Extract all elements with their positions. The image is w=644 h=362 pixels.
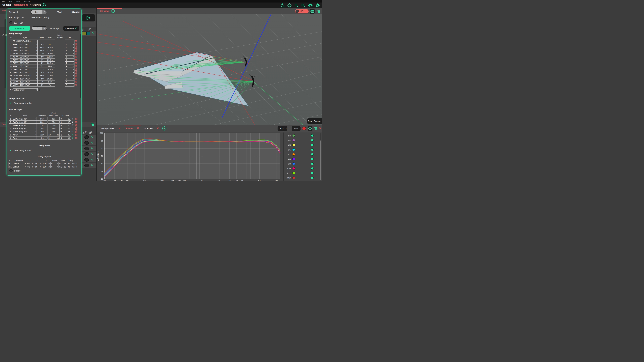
hl-z-input-value[interactable]: 11.0 bbox=[43, 163, 46, 165]
lg-preset-select[interactable]: 2WAY Array 90°▾ bbox=[12, 117, 37, 120]
add-tab-button[interactable]: + bbox=[42, 3, 46, 8]
lg-preset-select[interactable]: Array▾ bbox=[12, 133, 37, 136]
probe-status-dot[interactable] bbox=[311, 172, 314, 174]
hd-link-select[interactable]: 7▾ bbox=[65, 80, 74, 84]
mute-toggle[interactable] bbox=[84, 147, 89, 150]
lg-dist-filter-input[interactable]: 10m bbox=[48, 133, 60, 136]
probe-status-dot[interactable] bbox=[311, 144, 314, 146]
mute-toggle[interactable] bbox=[84, 141, 89, 145]
lg-hf-value[interactable]: 0 bbox=[60, 124, 62, 126]
hd-type-select[interactable]: ViRAY | 120° 1WAY▾ bbox=[12, 80, 38, 84]
stereo-toggle[interactable] bbox=[10, 169, 12, 172]
site-angle-value[interactable]: 5.5 bbox=[31, 10, 42, 14]
delete-row-button[interactable] bbox=[75, 117, 78, 120]
hl-x-input[interactable]: -8.0m bbox=[26, 165, 34, 168]
hl-template-select[interactable]: Default▾ bbox=[12, 165, 26, 168]
lg-preset-select[interactable]: 2WAY Array 90°▾ bbox=[12, 130, 37, 133]
hl-gain-input[interactable]: 0.0dB bbox=[59, 162, 67, 165]
delete-row-button[interactable] bbox=[75, 43, 78, 46]
edit-pencil-icon[interactable]: ✎ bbox=[91, 147, 93, 150]
delete-row-button[interactable] bbox=[75, 62, 78, 65]
zoom-out-icon[interactable] bbox=[294, 3, 298, 8]
hd-option-select[interactable]: 2.5°▾ bbox=[38, 65, 45, 68]
hd-link-select[interactable]: 7▾ bbox=[65, 84, 74, 87]
lg-hf-value[interactable]: 0 bbox=[60, 121, 62, 123]
duplicate-chart-icon[interactable] bbox=[314, 126, 318, 131]
hd-option-select[interactable]: 0.5°▾ bbox=[38, 49, 45, 52]
hl-angle-input-value[interactable]: 0 bbox=[51, 166, 52, 168]
spl-toggle-knob[interactable] bbox=[296, 10, 299, 13]
frequency-response-chart[interactable]: 132843587388103203040501002003004005001k… bbox=[96, 132, 284, 181]
hd-link-select[interactable]: 5▾ bbox=[65, 71, 74, 74]
hl-delay-input-value[interactable]: 0.0 bbox=[68, 163, 70, 165]
delete-row-button[interactable] bbox=[75, 65, 78, 68]
dark-mode-moon-icon[interactable] bbox=[280, 3, 285, 8]
mute-toggle[interactable] bbox=[84, 152, 89, 156]
hd-option-select[interactable]: 0°▾ bbox=[38, 43, 45, 46]
avg-button[interactable]: AVG bbox=[292, 126, 300, 131]
hl-z-input[interactable]: 11.0m bbox=[42, 165, 51, 168]
export-button[interactable] bbox=[82, 14, 95, 22]
probe-status-dot[interactable] bbox=[311, 162, 314, 165]
hl-gain-input-value[interactable]: 0.0 bbox=[59, 163, 62, 165]
hl-template-select[interactable]: Default▾ bbox=[12, 162, 26, 165]
hd-type-select[interactable]: AiRAY | 90° 2WAY▾ bbox=[12, 55, 38, 58]
tab-sideview[interactable]: Sideview bbox=[144, 127, 153, 130]
reset-icon[interactable]: ↺ bbox=[72, 127, 74, 130]
duplicate-add-icon[interactable] bbox=[90, 123, 94, 127]
reset-icon[interactable]: ↺ bbox=[72, 124, 74, 126]
lg-filter-value[interactable]: 5 bbox=[48, 137, 50, 139]
hd-option-select[interactable] bbox=[38, 40, 45, 43]
hd-type-select[interactable]: AiRAY | 90° 2WAY▾ bbox=[12, 62, 38, 65]
probe-color-dot[interactable] bbox=[292, 153, 295, 156]
lg-hf-value[interactable]: -3 bbox=[60, 137, 62, 139]
hd-type-select[interactable]: AiRAY | 90° 2WAY▾ bbox=[12, 49, 38, 52]
hl-x-input[interactable]: 8.0m bbox=[26, 162, 34, 165]
sources-panel-tab-partial[interactable]: Sou bbox=[2, 10, 6, 12]
hd-option-select[interactable]: 4°▾ bbox=[38, 71, 45, 74]
probe-color-dot[interactable] bbox=[292, 144, 295, 146]
hd-link-select[interactable]: 4▾ bbox=[65, 62, 74, 65]
locate-probe-button[interactable] bbox=[308, 126, 312, 131]
hd-type-select[interactable]: AiRAY | 90° 2WAY▾ bbox=[12, 43, 38, 46]
lg-preset-select[interactable]: Array▾ bbox=[12, 136, 37, 140]
hd-link-select[interactable]: 2▾ bbox=[65, 52, 74, 55]
speakers-per-group-value[interactable]: 2 bbox=[32, 27, 42, 30]
probe-status-dot[interactable] bbox=[311, 167, 314, 170]
zoom-in-icon[interactable] bbox=[301, 3, 306, 8]
probe-color-dot[interactable] bbox=[292, 158, 295, 160]
probe-status-dot[interactable] bbox=[311, 134, 314, 137]
hd-option-select[interactable]: 2°▾ bbox=[38, 62, 45, 65]
tab-probes[interactable]: Probes bbox=[126, 127, 133, 130]
add-view-button[interactable]: + bbox=[111, 9, 115, 13]
hd-type-select[interactable]: AiRAY | 90° 2WAY▾ bbox=[12, 68, 38, 71]
delete-row-button[interactable] bbox=[75, 130, 78, 133]
legend-scrollbar-track[interactable] bbox=[320, 133, 321, 180]
hd-type-select[interactable]: ViRAY | 120° 1WAY▾ bbox=[12, 77, 38, 80]
tab-sources[interactable]: SOURCES bbox=[14, 4, 28, 7]
edit-pencil-icon[interactable]: ✎ bbox=[91, 164, 93, 167]
probe-color-dot[interactable] bbox=[292, 134, 295, 137]
lg-preset-select[interactable]: 2WAY Array 90°▾ bbox=[12, 127, 37, 130]
add-chart-tab-button[interactable]: + bbox=[162, 126, 166, 130]
delete-row-button[interactable] bbox=[75, 58, 78, 62]
delete-row-button[interactable] bbox=[75, 71, 78, 74]
lg-hf-shelf-input[interactable]: 0dB bbox=[60, 120, 71, 124]
hd-type-select[interactable]: AiRAY | 90° 2WAY▾ bbox=[12, 65, 38, 68]
bandwidth-select[interactable]: 1 Oct ▾ bbox=[278, 126, 287, 131]
delete-row-button[interactable] bbox=[75, 40, 78, 43]
hd-option-select[interactable]: 8°▾ bbox=[38, 55, 45, 58]
hd-link-select[interactable]: 4▾ bbox=[65, 65, 74, 68]
lg-hf-value[interactable]: 0 bbox=[60, 118, 62, 120]
lg-hf-shelf-input[interactable]: 0dB bbox=[60, 130, 71, 133]
lg-hf-shelf-input[interactable]: -2dB bbox=[60, 133, 71, 136]
mute-toggle[interactable] bbox=[84, 158, 89, 162]
hd-link-select[interactable]: 1▾ bbox=[65, 46, 74, 49]
probe-color-dot[interactable] bbox=[292, 148, 295, 151]
lg-hf-shelf-input[interactable]: -3dB bbox=[60, 136, 71, 140]
hd-link-select[interactable]: 3▾ bbox=[65, 55, 74, 58]
hd-option-select[interactable]: 5°▾ bbox=[38, 77, 45, 80]
tab-3d-view[interactable]: 3D View bbox=[100, 10, 109, 12]
hd-option-select[interactable]: 4.5°▾ bbox=[38, 74, 45, 77]
lg-filter-value[interactable]: 10 bbox=[48, 134, 51, 136]
